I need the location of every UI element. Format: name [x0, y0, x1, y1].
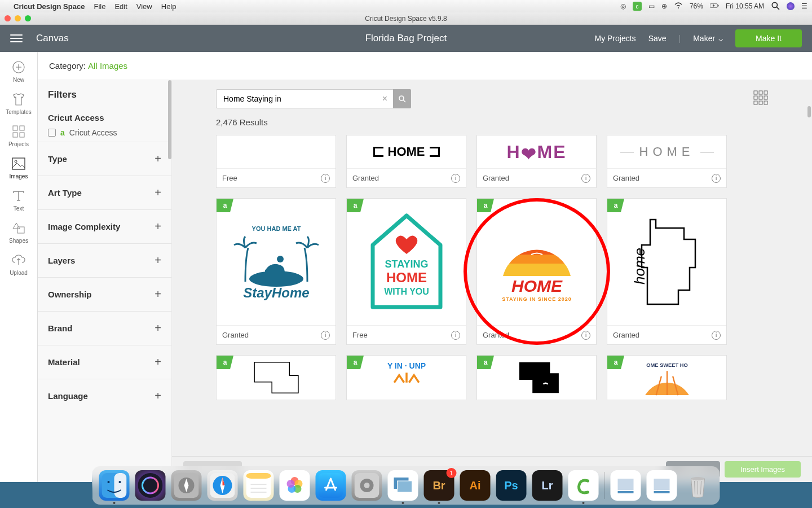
- window-maximize-button[interactable]: [25, 15, 31, 21]
- info-icon[interactable]: i: [581, 174, 590, 183]
- notifications-icon[interactable]: ☰: [801, 2, 807, 10]
- text-icon: [11, 189, 26, 203]
- expand-icon: +: [155, 288, 161, 301]
- dock-settings[interactable]: [352, 470, 382, 501]
- menu-toggle-button[interactable]: [10, 34, 23, 42]
- siri-menubar-icon[interactable]: [787, 2, 795, 10]
- wifi-icon[interactable]: [674, 1, 683, 12]
- svg-rect-10: [13, 133, 17, 137]
- dock-preview[interactable]: [388, 470, 418, 501]
- dock-photos[interactable]: [280, 470, 310, 501]
- svg-line-17: [403, 100, 405, 102]
- dock-mail[interactable]: [647, 470, 677, 501]
- image-card[interactable]: a: [216, 355, 336, 400]
- filter-row-ownership[interactable]: Ownership+: [38, 277, 171, 311]
- my-projects-link[interactable]: My Projects: [595, 34, 636, 43]
- svg-rect-36: [500, 255, 573, 264]
- filter-label: Language: [48, 391, 88, 401]
- image-card[interactable]: aOME SWEET HO: [607, 355, 727, 400]
- dock-safari[interactable]: [208, 470, 238, 501]
- nav-projects[interactable]: Projects: [8, 124, 29, 147]
- airplay-icon[interactable]: ▭: [648, 2, 655, 10]
- machine-selector[interactable]: Maker ⌵: [693, 34, 723, 43]
- dock-photoshop[interactable]: Ps: [496, 470, 527, 501]
- scrollbar[interactable]: [807, 106, 811, 117]
- status-icon-1[interactable]: ◎: [620, 2, 626, 10]
- dock-launchpad[interactable]: [171, 470, 202, 501]
- filter-row-type[interactable]: Type+: [38, 142, 171, 176]
- spotlight-icon[interactable]: [771, 1, 780, 12]
- info-icon[interactable]: i: [451, 174, 460, 183]
- card-preview: HOME: [607, 135, 726, 168]
- nav-images[interactable]: Images: [10, 156, 28, 179]
- clear-search-icon[interactable]: ×: [382, 94, 387, 104]
- svg-rect-11: [20, 133, 24, 137]
- cricut-menubar-icon[interactable]: c: [633, 2, 642, 11]
- shapes-icon: [11, 221, 26, 235]
- filter-row-layers[interactable]: Layers+: [38, 243, 171, 277]
- dock-app-store[interactable]: [316, 470, 346, 501]
- image-card[interactable]: aHOMESTAYING IN SINCE 2020Grantedi: [476, 198, 597, 345]
- filter-row-brand[interactable]: Brand+: [38, 311, 171, 345]
- window-minimize-button[interactable]: [15, 15, 21, 21]
- dock-notes[interactable]: [244, 470, 274, 501]
- dock-siri[interactable]: [135, 470, 166, 501]
- dock-trash[interactable]: [683, 470, 713, 501]
- info-icon[interactable]: i: [712, 331, 721, 340]
- menu-view[interactable]: View: [136, 2, 152, 11]
- info-icon[interactable]: i: [321, 174, 330, 183]
- filter-row-image-complexity[interactable]: Image Complexity+: [38, 209, 171, 243]
- svg-rect-76: [618, 491, 634, 493]
- image-card[interactable]: HOMEGrantedi: [607, 135, 727, 188]
- image-card[interactable]: aSTAYINGHOMEWITH YOUFreei: [346, 198, 466, 345]
- battery-icon[interactable]: [710, 1, 719, 12]
- dock-illustrator[interactable]: Ai: [460, 470, 491, 501]
- dock-bridge[interactable]: Br1: [424, 470, 454, 501]
- image-card[interactable]: Freei: [216, 135, 336, 188]
- window-close-button[interactable]: [5, 15, 11, 21]
- info-icon[interactable]: i: [581, 331, 590, 340]
- save-button[interactable]: Save: [648, 34, 667, 43]
- menu-help[interactable]: Help: [161, 2, 176, 11]
- filter-row-language[interactable]: Language+: [38, 379, 171, 413]
- dock-finder[interactable]: [99, 470, 130, 501]
- nav-templates[interactable]: Templates: [6, 92, 32, 115]
- checkbox-icon[interactable]: [48, 129, 56, 137]
- image-card[interactable]: ahomeGrantedi: [607, 198, 727, 345]
- image-card[interactable]: HOMEGrantedi: [346, 135, 466, 188]
- filter-row-material[interactable]: Material+: [38, 345, 171, 379]
- image-card[interactable]: aY IN · UNP: [346, 355, 466, 400]
- info-icon[interactable]: i: [451, 331, 460, 340]
- menu-edit[interactable]: Edit: [114, 2, 127, 11]
- dock-lightroom[interactable]: Lr: [532, 470, 563, 501]
- nav-shapes[interactable]: Shapes: [9, 221, 28, 244]
- menu-file[interactable]: File: [94, 2, 105, 11]
- filter-access-section: Cricut Access a Cricut Access: [38, 108, 171, 142]
- nav-text[interactable]: Text: [11, 189, 26, 212]
- image-card[interactable]: aYOU HAD ME ATStayHomeGrantedi: [216, 198, 336, 345]
- svg-point-3: [772, 2, 777, 7]
- filter-label: Material: [48, 357, 80, 367]
- sync-icon[interactable]: ⊕: [661, 2, 667, 10]
- filter-row-art-type[interactable]: Art Type+: [38, 176, 171, 209]
- nav-upload[interactable]: Upload: [10, 253, 28, 276]
- access-checkbox-row[interactable]: a Cricut Access: [48, 128, 161, 137]
- category-value[interactable]: All Images: [88, 61, 127, 71]
- grid-size-toggle[interactable]: [753, 90, 768, 107]
- info-icon[interactable]: i: [712, 174, 721, 183]
- svg-point-16: [399, 96, 404, 100]
- dock-textedit[interactable]: [611, 470, 641, 501]
- svg-rect-24: [754, 101, 757, 104]
- menubar-app-name[interactable]: Cricut Design Space: [14, 2, 85, 11]
- search-button[interactable]: [393, 89, 411, 108]
- canvas-link[interactable]: Canvas: [36, 33, 69, 44]
- search-input[interactable]: [216, 89, 398, 108]
- make-it-button[interactable]: Make It: [735, 29, 802, 47]
- image-card[interactable]: H❤MEGrantedi: [476, 135, 597, 188]
- insert-images-button[interactable]: Insert Images: [725, 461, 801, 478]
- info-icon[interactable]: i: [321, 331, 330, 340]
- dock-cricut[interactable]: [568, 470, 599, 501]
- image-card[interactable]: a: [476, 355, 597, 400]
- nav-new[interactable]: New: [11, 60, 26, 83]
- clock[interactable]: Fri 10:55 AM: [726, 2, 764, 10]
